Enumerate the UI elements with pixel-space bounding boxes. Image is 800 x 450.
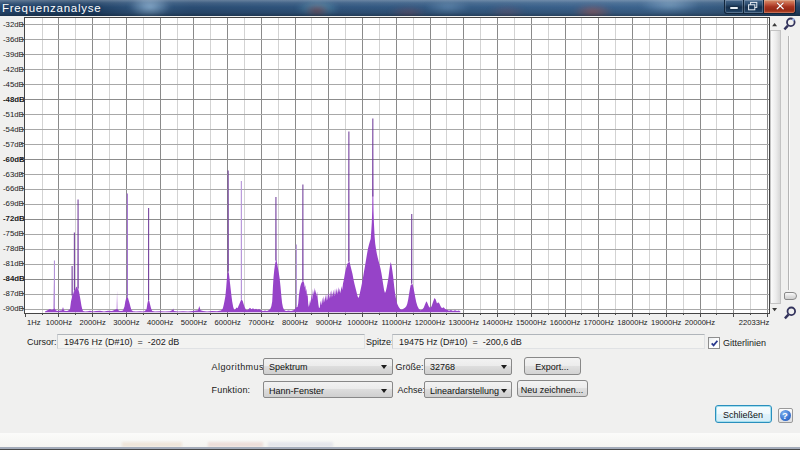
svg-text:-57dB: -57dB	[3, 140, 24, 149]
svg-text:18000Hz: 18000Hz	[617, 318, 648, 327]
svg-text:13000Hz: 13000Hz	[449, 318, 480, 327]
svg-text:-32dB: -32dB	[3, 20, 24, 29]
svg-text:3000Hz: 3000Hz	[113, 318, 139, 327]
svg-text:19000Hz: 19000Hz	[651, 318, 682, 327]
svg-text:-39dB: -39dB	[3, 50, 24, 59]
svg-text:-75dB: -75dB	[3, 229, 24, 238]
svg-text:12000Hz: 12000Hz	[415, 318, 446, 327]
svg-text:16000Hz: 16000Hz	[550, 318, 581, 327]
svg-text:4000Hz: 4000Hz	[147, 318, 173, 327]
svg-text:-78dB: -78dB	[3, 244, 24, 253]
svg-text:17000Hz: 17000Hz	[584, 318, 615, 327]
svg-text:14000Hz: 14000Hz	[482, 318, 513, 327]
svg-text:1Hz: 1Hz	[27, 318, 41, 327]
svg-text:-69dB: -69dB	[3, 199, 24, 208]
svg-text:-36dB: -36dB	[3, 35, 24, 44]
svg-text:1000Hz: 1000Hz	[46, 318, 72, 327]
svg-text:-42dB: -42dB	[3, 65, 24, 74]
svg-text:22033Hz: 22033Hz	[739, 318, 770, 327]
svg-text:11000Hz: 11000Hz	[381, 318, 411, 327]
svg-text:15000Hz: 15000Hz	[516, 318, 547, 327]
svg-text:6000Hz: 6000Hz	[215, 318, 241, 327]
svg-text:-45dB: -45dB	[3, 80, 24, 89]
svg-text:-90dB: -90dB	[3, 304, 24, 313]
svg-text:-60dB: -60dB	[3, 155, 25, 164]
svg-text:-51dB: -51dB	[3, 110, 24, 119]
svg-text:20000Hz: 20000Hz	[685, 318, 716, 327]
svg-text:7000Hz: 7000Hz	[248, 318, 274, 327]
svg-text:-81dB: -81dB	[3, 259, 24, 268]
svg-text:-54dB: -54dB	[3, 125, 24, 134]
svg-text:8000Hz: 8000Hz	[282, 318, 308, 327]
svg-text:5000Hz: 5000Hz	[181, 318, 207, 327]
svg-text:-63dB: -63dB	[3, 170, 24, 179]
svg-text:-87dB: -87dB	[3, 289, 24, 298]
svg-text:-66dB: -66dB	[3, 184, 24, 193]
svg-text:10000Hz: 10000Hz	[347, 318, 378, 327]
svg-text:2000Hz: 2000Hz	[80, 318, 106, 327]
svg-text:9000Hz: 9000Hz	[316, 318, 342, 327]
